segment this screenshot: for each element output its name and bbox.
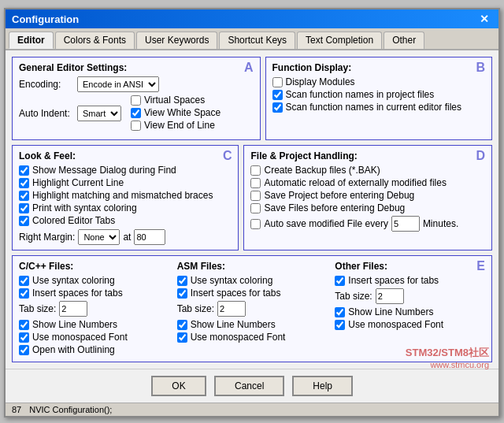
- create-backup-label: Create Backup files (*.BAK): [264, 165, 380, 176]
- cpp-open-outlining-label: Open with Outlining: [32, 344, 115, 355]
- cpp-files-section: C/C++ Files: Use syntax coloring Insert …: [19, 261, 169, 357]
- auto-reload-label: Automatic reload of externally modified …: [264, 177, 446, 188]
- view-white-space-checkbox[interactable]: [131, 108, 141, 118]
- close-button[interactable]: ✕: [476, 13, 492, 25]
- tab-bar: Editor Colors & Fonts User Keywords Shor…: [6, 28, 498, 50]
- cpp-use-syntax-checkbox[interactable]: [19, 276, 29, 286]
- create-backup-checkbox[interactable]: [250, 165, 261, 176]
- tab-keywords[interactable]: User Keywords: [136, 32, 217, 49]
- scan-current-checkbox[interactable]: [272, 102, 283, 113]
- asm-tab-size-label: Tab size:: [177, 303, 214, 314]
- auto-save-number-input[interactable]: [391, 216, 420, 232]
- tab-shortcut[interactable]: Shortcut Keys: [219, 32, 295, 49]
- cpp-use-syntax-row: Use syntax coloring: [19, 275, 169, 286]
- show-message-row: Show Message Dialog during Find: [19, 165, 232, 176]
- display-modules-row: Display Modules: [272, 76, 485, 87]
- auto-save-checkbox[interactable]: [250, 219, 261, 229]
- cancel-button[interactable]: Cancel: [214, 376, 284, 396]
- tab-editor[interactable]: Editor: [9, 32, 54, 49]
- margin-number-input[interactable]: [134, 229, 165, 245]
- right-margin-select[interactable]: None 80 100: [78, 229, 120, 245]
- highlight-current-checkbox[interactable]: [19, 178, 29, 188]
- display-modules-checkbox[interactable]: [272, 77, 283, 87]
- colored-tabs-label: Colored Editor Tabs: [32, 215, 115, 226]
- cpp-use-monospaced-row: Use monospaced Font: [19, 332, 169, 343]
- highlight-current-row: Highlight Current Line: [19, 177, 232, 188]
- virtual-spaces-checkbox[interactable]: [131, 95, 141, 106]
- scan-current-row: Scan function names in current editor fi…: [272, 102, 485, 113]
- panel-c-corner: C: [223, 149, 232, 163]
- asm-insert-spaces-row: Insert spaces for tabs: [177, 288, 328, 299]
- cpp-tab-size-label: Tab size:: [19, 303, 56, 314]
- save-project-row: Save Project before entering Debug: [250, 190, 485, 201]
- ok-button[interactable]: OK: [151, 376, 206, 396]
- asm-use-monospaced-row: Use monospaced Font: [177, 332, 328, 343]
- auto-indent-select[interactable]: Smart None Block: [77, 106, 121, 121]
- three-columns: C/C++ Files: Use syntax coloring Insert …: [19, 261, 485, 357]
- asm-insert-spaces-label: Insert spaces for tabs: [191, 288, 281, 299]
- other-insert-spaces-row: Insert spaces for tabs: [335, 275, 485, 286]
- button-bar: OK Cancel Help: [6, 369, 498, 403]
- view-white-space-row: View White Space: [131, 107, 220, 118]
- display-modules-label: Display Modules: [286, 76, 355, 87]
- tab-completion[interactable]: Text Completion: [297, 32, 382, 49]
- cpp-open-outlining-checkbox[interactable]: [19, 345, 29, 355]
- cpp-use-monospaced-label: Use monospaced Font: [32, 332, 128, 343]
- cpp-tab-size-input[interactable]: [59, 301, 87, 317]
- show-message-checkbox[interactable]: [19, 165, 29, 176]
- save-files-row: Save Files before entering Debug: [250, 202, 485, 213]
- colored-tabs-checkbox[interactable]: [19, 216, 29, 226]
- panel-c-title: Look & Feel:: [19, 150, 232, 161]
- other-tab-size-input[interactable]: [376, 288, 404, 304]
- save-project-label: Save Project before entering Debug: [264, 190, 414, 201]
- asm-tab-size-input[interactable]: [217, 301, 246, 317]
- other-use-monospaced-checkbox[interactable]: [335, 320, 345, 330]
- print-syntax-row: Print with syntax coloring: [19, 202, 232, 213]
- view-end-of-line-checkbox[interactable]: [131, 121, 141, 131]
- other-insert-spaces-checkbox[interactable]: [335, 276, 345, 286]
- status-text: NVIC Configuration();: [29, 405, 112, 414]
- view-white-space-label: View White Space: [144, 107, 220, 118]
- editor-tab-content: General Editor Settings: A Encoding: Enc…: [6, 50, 498, 369]
- scan-project-checkbox[interactable]: [272, 90, 283, 100]
- asm-use-monospaced-checkbox[interactable]: [177, 332, 187, 343]
- save-project-checkbox[interactable]: [250, 191, 261, 201]
- asm-tab-size-row: Tab size:: [177, 301, 328, 317]
- right-margin-row: Right Margin: None 80 100 at: [19, 229, 232, 245]
- encoding-select[interactable]: Encode in ANSI UTF-8 UTF-16: [77, 76, 159, 92]
- other-show-line-numbers-label: Show Line Numbers: [348, 306, 433, 317]
- asm-show-line-numbers-checkbox[interactable]: [177, 320, 187, 330]
- panel-b-title: Function Display:: [272, 62, 485, 73]
- other-show-line-numbers-checkbox[interactable]: [335, 307, 345, 317]
- panel-b-corner: B: [476, 61, 485, 75]
- minutes-label: Minutes.: [423, 218, 458, 229]
- auto-reload-checkbox[interactable]: [250, 178, 261, 188]
- tab-other[interactable]: Other: [384, 32, 424, 49]
- scan-current-label: Scan function names in current editor fi…: [286, 102, 461, 113]
- view-end-of-line-label: View End of Line: [144, 120, 215, 131]
- cpp-use-syntax-label: Use syntax coloring: [32, 275, 115, 286]
- tab-colors[interactable]: Colors & Fonts: [55, 32, 135, 49]
- highlight-matching-checkbox[interactable]: [19, 191, 29, 201]
- other-title: Other Files:: [335, 261, 485, 272]
- other-show-line-numbers-row: Show Line Numbers: [335, 306, 485, 317]
- window-title: Configuration: [12, 13, 79, 25]
- asm-use-syntax-label: Use syntax coloring: [191, 275, 273, 286]
- cpp-insert-spaces-checkbox[interactable]: [19, 288, 29, 299]
- status-bar: 87 NVIC Configuration();: [6, 403, 498, 416]
- panel-a-title: General Editor Settings:: [19, 62, 254, 73]
- asm-insert-spaces-checkbox[interactable]: [177, 288, 187, 299]
- panel-d-corner: D: [476, 149, 485, 163]
- other-tab-size-row: Tab size:: [335, 288, 485, 304]
- panel-a-corner: A: [244, 61, 254, 75]
- show-message-label: Show Message Dialog during Find: [32, 165, 176, 176]
- cpp-use-monospaced-checkbox[interactable]: [19, 332, 29, 343]
- panel-general-editor: General Editor Settings: A Encoding: Enc…: [12, 57, 261, 140]
- print-syntax-checkbox[interactable]: [19, 203, 29, 213]
- save-files-checkbox[interactable]: [250, 203, 261, 213]
- other-use-monospaced-row: Use monospaced Font: [335, 319, 485, 330]
- highlight-matching-label: Highlight matching and mismatched braces: [32, 190, 213, 201]
- asm-use-syntax-checkbox[interactable]: [177, 276, 187, 286]
- cpp-show-line-numbers-checkbox[interactable]: [19, 320, 29, 330]
- help-button[interactable]: Help: [292, 376, 353, 396]
